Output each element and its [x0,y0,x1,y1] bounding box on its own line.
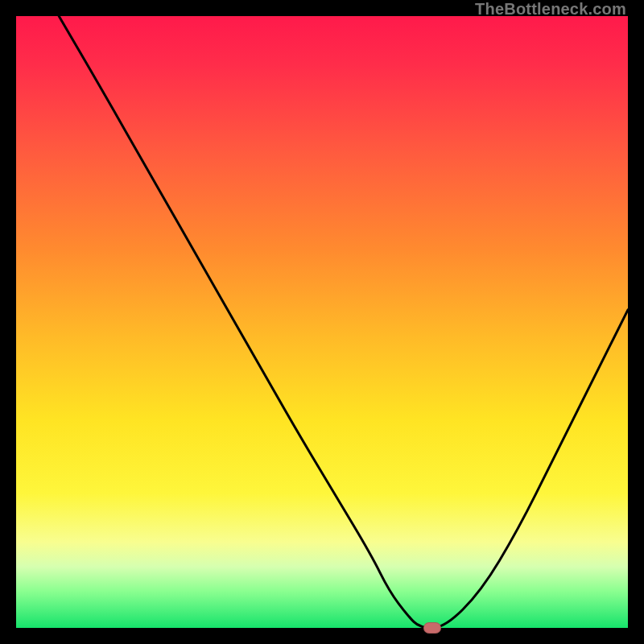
attribution-text: TheBottleneck.com [475,0,626,19]
bottleneck-curve [16,16,628,628]
optimal-marker [423,622,441,634]
chart-frame: TheBottleneck.com [0,0,644,644]
